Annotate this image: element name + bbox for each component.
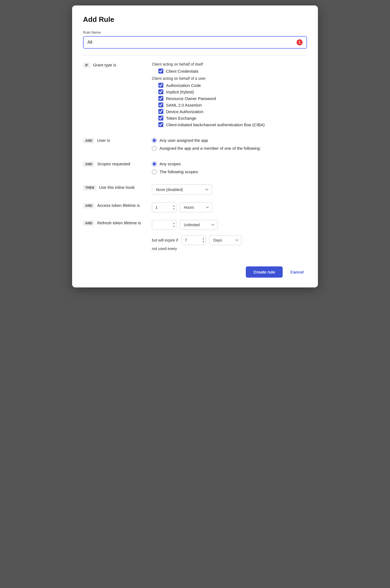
checkbox-client-credentials[interactable] [158,69,163,74]
option-implicit[interactable]: Implicit (hybrid) [158,89,307,94]
checkbox-saml[interactable] [158,102,163,107]
option-ciba[interactable]: Client-initiated backchannel authenticat… [158,122,307,127]
option-resource-owner[interactable]: Resource Owner Password [158,96,307,101]
checkbox-resource-owner[interactable] [158,96,163,101]
access-token-controls: ▲ ▼ Hours Minutes Days [152,202,307,212]
checkbox-implicit[interactable] [158,89,163,94]
label-any-scopes: Any scopes [159,161,181,167]
and3-badge: AND [83,203,94,208]
option-following-scopes[interactable]: The following scopes: [152,169,307,175]
expire-row-wrapper: but will expire if ▲ ▼ Days Hours Minute… [152,235,307,251]
grant-type-left: IF Grant type is [83,62,143,130]
inline-hook-select[interactable]: None (disabled) [152,184,212,195]
access-token-down[interactable]: ▼ [173,208,175,210]
expire-stepper-btns: ▲ ▼ [202,237,205,243]
option-assigned-member[interactable]: Assigned the app and a member of one of … [152,145,307,151]
option-client-credentials[interactable]: Client Credentials [158,69,307,74]
create-rule-button[interactable]: Create rule [246,266,282,278]
inline-hook-control: None (disabled) [152,184,307,195]
access-token-row: ▲ ▼ Hours Minutes Days [152,202,307,212]
checkbox-ciba[interactable] [158,122,163,127]
grant-type-options: Client acting on behalf of itself Client… [152,62,307,130]
expire-stepper: ▲ ▼ [181,235,206,245]
refresh-token-unit-select[interactable]: Unlimited Hours Minutes Days [180,220,218,230]
refresh-token-stepper-btns: ▲ ▼ [173,222,175,228]
checkbox-token-exchange[interactable] [158,116,163,120]
user-is-label: User is [97,138,110,143]
label-saml: SAML 2.0 Assertion [166,103,202,107]
client-user-group: Client acting on behalf of a user Author… [152,76,307,127]
access-token-stepper-btns: ▲ ▼ [173,204,175,210]
access-token-left: AND Access token lifetime is [83,202,143,212]
radio-any-scopes[interactable] [152,161,157,166]
inline-hook-label: Use this inline hook [99,185,135,190]
option-any-scopes[interactable]: Any scopes [152,161,307,167]
option-device-auth[interactable]: Device Authorization [158,109,307,114]
label-client-credentials: Client Credentials [166,69,198,74]
radio-following-scopes[interactable] [152,169,157,174]
cancel-button[interactable]: Cancel [287,266,307,278]
refresh-token-row: ▲ ▼ Unlimited Hours Minutes Days [152,220,307,230]
client-user-options: Authorization Code Implicit (hybrid) Res… [158,83,307,127]
expire-up[interactable]: ▲ [202,237,205,240]
option-token-exchange[interactable]: Token Exchange [158,116,307,120]
user-is-section: AND User is Any user assigned the app As… [83,137,307,153]
scopes-section: AND Scopes requested Any scopes The foll… [83,161,307,177]
radio-assigned-member[interactable] [152,146,157,151]
option-saml[interactable]: SAML 2.0 Assertion [158,102,307,107]
client-user-label: Client acting on behalf of a user [152,76,307,81]
expire-label1: but will expire if [152,238,178,242]
checkbox-auth-code[interactable] [158,83,163,88]
refresh-token-up[interactable]: ▲ [173,222,175,225]
and1-badge: AND [83,138,94,143]
label-resource-owner: Resource Owner Password [166,96,216,101]
access-token-stepper: ▲ ▼ [152,202,176,212]
refresh-token-label: Refresh token lifetime is [97,220,141,225]
user-options: Any user assigned the app Assigned the a… [152,137,307,153]
expire-down[interactable]: ▼ [202,240,205,243]
grant-type-label: Grant type is [93,63,116,67]
if-badge: IF [83,63,90,68]
dialog-footer: Create rule Cancel [83,261,307,278]
checkbox-device-auth[interactable] [158,109,163,114]
radio-any-user[interactable] [152,138,157,143]
refresh-token-stepper: ▲ ▼ [152,220,176,230]
label-ciba: Client-initiated backchannel authenticat… [166,122,265,127]
client-self-label: Client acting on behalf of itself [152,62,307,66]
rule-name-field-wrapper: 1 [83,36,307,49]
client-self-options: Client Credentials [158,69,307,74]
access-token-label: Access token lifetime is [97,203,140,208]
label-implicit: Implicit (hybrid) [166,90,194,94]
user-is-left: AND User is [83,137,143,153]
scope-options: Any scopes The following scopes: [152,161,307,177]
expire-label2: not used every [152,246,177,251]
grant-type-section: IF Grant type is Client acting on behalf… [83,62,307,130]
refresh-token-left: AND Refresh token lifetime is [83,220,143,251]
add-rule-dialog: Add Rule Rule Name 1 IF Grant type is Cl… [72,5,318,287]
scopes-left: AND Scopes requested [83,161,143,177]
and4-badge: AND [83,220,94,226]
access-token-unit-select[interactable]: Hours Minutes Days [180,202,212,212]
refresh-token-section: AND Refresh token lifetime is ▲ ▼ Unlimi… [83,220,307,251]
inline-hook-left: THEN Use this inline hook [83,184,143,195]
label-token-exchange: Token Exchange [166,116,196,120]
dialog-title: Add Rule [83,15,307,24]
refresh-token-down[interactable]: ▼ [173,225,175,228]
option-auth-code[interactable]: Authorization Code [158,83,307,88]
client-self-group: Client acting on behalf of itself Client… [152,62,307,74]
expire-row: but will expire if ▲ ▼ Days Hours Minute… [152,235,307,245]
rule-name-label: Rule Name [83,30,307,34]
and2-badge: AND [83,161,94,167]
scopes-label: Scopes requested [97,161,130,166]
access-token-up[interactable]: ▲ [173,204,175,207]
option-any-user[interactable]: Any user assigned the app [152,137,307,143]
inline-hook-section: THEN Use this inline hook None (disabled… [83,184,307,195]
label-assigned-member: Assigned the app and a member of one of … [159,145,261,151]
label-any-user: Any user assigned the app [159,137,208,143]
then-badge: THEN [83,185,96,190]
section-divider [83,55,307,55]
rule-name-input[interactable] [87,40,294,45]
expire-unit-select[interactable]: Days Hours Minutes [209,235,242,245]
label-auth-code: Authorization Code [166,83,201,88]
label-following-scopes: The following scopes: [159,169,199,175]
